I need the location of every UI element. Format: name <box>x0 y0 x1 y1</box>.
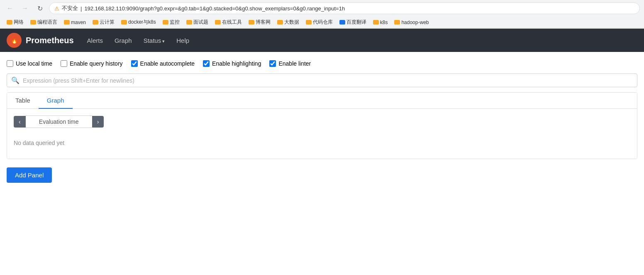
bookmark-folder-icon <box>64 20 70 25</box>
bookmark-folder-icon <box>373 20 379 25</box>
bookmark-label: 面试题 <box>193 19 208 26</box>
warning-text: 不安全 <box>62 5 78 12</box>
no-data-text: No data queried yet <box>14 136 630 150</box>
bookmark-item[interactable]: 代码仓库 <box>303 18 335 27</box>
bookmark-label: 编程语言 <box>37 19 57 26</box>
eval-prev-button[interactable]: ‹ <box>14 116 26 128</box>
bookmark-item[interactable]: 博客网 <box>246 18 273 27</box>
url-text: 192.168.182.110:9090/graph?g0.expr=&g0.t… <box>84 5 345 12</box>
bookmark-label: 博客网 <box>256 19 271 26</box>
svg-text:🔥: 🔥 <box>11 37 18 44</box>
bookmark-folder-icon <box>249 20 254 25</box>
query-panel: TableGraph ‹ Evaluation time › No data q… <box>7 92 637 159</box>
enable-autocomplete-label: Enable autocomplete <box>140 60 195 67</box>
bookmark-label: 网络 <box>14 19 24 26</box>
reload-button[interactable]: ↻ <box>34 2 46 14</box>
enable-autocomplete-checkbox[interactable] <box>131 60 138 67</box>
bookmark-label: 在线工具 <box>222 19 242 26</box>
back-button[interactable]: ← <box>4 2 16 14</box>
option-enable-highlighting[interactable]: Enable highlighting <box>203 60 261 67</box>
bookmark-item[interactable]: 面试题 <box>184 18 211 27</box>
bookmark-label: 百度翻译 <box>346 19 366 26</box>
bookmark-label: 大数据 <box>284 19 299 26</box>
bookmark-folder-icon <box>121 20 127 25</box>
bookmark-folder-icon <box>186 20 192 25</box>
option-use-local-time[interactable]: Use local time <box>7 60 52 67</box>
panel-tabs: TableGraph <box>7 93 637 109</box>
eval-next-button[interactable]: › <box>92 116 104 128</box>
options-bar: Use local timeEnable query historyEnable… <box>7 57 637 70</box>
bookmark-folder-icon <box>30 20 36 25</box>
bookmark-item[interactable]: hadoop-web <box>392 19 431 26</box>
navbar-links: AlertsGraphStatusHelp <box>82 34 195 47</box>
eval-time-label: Evaluation time <box>26 115 92 128</box>
bookmark-item[interactable]: 编程语言 <box>28 18 60 27</box>
logo-icon: 🔥 <box>10 36 19 45</box>
app-navbar: 🔥 Prometheus AlertsGraphStatusHelp <box>0 29 644 52</box>
add-panel-button[interactable]: Add Panel <box>7 167 52 183</box>
enable-highlighting-checkbox[interactable] <box>203 60 210 67</box>
bookmark-item[interactable]: 在线工具 <box>212 18 244 27</box>
bookmark-item[interactable]: 云计算 <box>90 18 117 27</box>
bookmark-folder-icon <box>339 20 345 25</box>
bookmark-item[interactable]: k8s <box>371 19 390 26</box>
bookmark-item[interactable]: 网络 <box>4 18 26 27</box>
eval-time-row: ‹ Evaluation time › <box>14 115 630 128</box>
bookmark-folder-icon <box>394 20 400 25</box>
browser-toolbar: ← → ↻ ⚠ 不安全 | 192.168.182.110:9090/graph… <box>0 0 644 17</box>
prometheus-logo: 🔥 <box>7 33 22 48</box>
bookmark-folder-icon <box>215 20 221 25</box>
tab-table[interactable]: Table <box>7 93 39 109</box>
browser-chrome: ← → ↻ ⚠ 不安全 | 192.168.182.110:9090/graph… <box>0 0 644 29</box>
app-title: Prometheus <box>26 36 74 45</box>
search-input[interactable] <box>23 77 633 84</box>
use-local-time-label: Use local time <box>16 60 52 67</box>
enable-highlighting-label: Enable highlighting <box>212 60 261 67</box>
bookmark-label: 云计算 <box>100 19 115 26</box>
option-enable-query-history[interactable]: Enable query history <box>61 60 123 67</box>
bookmark-folder-icon <box>7 20 12 25</box>
option-enable-autocomplete[interactable]: Enable autocomplete <box>131 60 195 67</box>
bookmark-label: 监控 <box>170 19 180 26</box>
enable-linter-checkbox[interactable] <box>269 60 276 67</box>
bookmark-item[interactable]: 大数据 <box>275 18 302 27</box>
navbar-link-help[interactable]: Help <box>171 34 194 47</box>
navbar-link-status[interactable]: Status <box>139 34 170 47</box>
bookmark-folder-icon <box>277 20 283 25</box>
bookmark-label: 代码仓库 <box>313 19 333 26</box>
bookmarks-bar: 网络编程语言maven云计算docker与k8s监控面试题在线工具博客网大数据代… <box>0 17 644 28</box>
navbar-brand: 🔥 Prometheus <box>7 33 74 48</box>
bookmark-label: maven <box>71 20 86 25</box>
navbar-link-graph[interactable]: Graph <box>110 34 137 47</box>
search-bar[interactable]: 🔍 <box>7 74 637 87</box>
bookmark-folder-icon <box>163 20 168 25</box>
use-local-time-checkbox[interactable] <box>7 60 13 67</box>
forward-button[interactable]: → <box>19 2 31 14</box>
bookmark-item[interactable]: docker与k8s <box>119 18 159 27</box>
navbar-link-alerts[interactable]: Alerts <box>82 34 108 47</box>
bookmark-item[interactable]: 监控 <box>160 18 182 27</box>
bookmark-label: hadoop-web <box>401 20 429 25</box>
enable-query-history-label: Enable query history <box>70 60 123 67</box>
url-separator: | <box>80 5 82 12</box>
bookmark-item[interactable]: 百度翻译 <box>337 18 369 27</box>
bookmark-label: docker与k8s <box>128 19 156 26</box>
bookmark-folder-icon <box>93 20 98 25</box>
tab-graph[interactable]: Graph <box>39 93 73 109</box>
enable-linter-label: Enable linter <box>278 60 311 67</box>
bookmark-folder-icon <box>306 20 312 25</box>
address-bar[interactable]: ⚠ 不安全 | 192.168.182.110:9090/graph?g0.ex… <box>49 2 640 14</box>
warning-icon: ⚠ <box>54 5 59 12</box>
search-icon: 🔍 <box>11 76 20 84</box>
bookmark-label: k8s <box>380 20 388 25</box>
panel-body: ‹ Evaluation time › No data queried yet <box>7 109 637 159</box>
option-enable-linter[interactable]: Enable linter <box>269 60 311 67</box>
main-content: Use local timeEnable query historyEnable… <box>0 52 644 188</box>
enable-query-history-checkbox[interactable] <box>61 60 67 67</box>
bookmark-item[interactable]: maven <box>61 19 88 26</box>
